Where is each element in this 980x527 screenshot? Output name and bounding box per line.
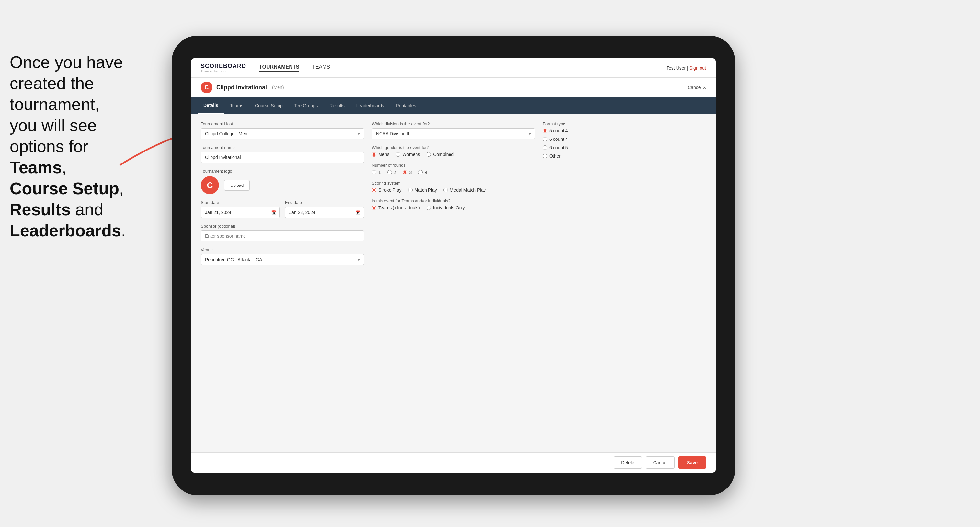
upload-button[interactable]: Upload	[224, 180, 250, 190]
gender-womens-radio[interactable]	[396, 152, 400, 157]
gender-mens-radio[interactable]	[372, 152, 376, 157]
instruction-bold4: Leaderboards	[10, 221, 121, 240]
form-grid: Tournament Host Clippd College - Men Tou…	[201, 121, 706, 271]
tab-course-setup[interactable]: Course Setup	[249, 97, 288, 114]
tab-printables[interactable]: Printables	[390, 97, 422, 114]
form-col-right: Format type 5 count 4 6 count 4	[543, 121, 706, 271]
venue-select[interactable]: Peachtree GC - Atlanta - GA	[201, 254, 364, 265]
scoring-field: Scoring system Stroke Play Match Play	[372, 181, 535, 193]
sponsor-input[interactable]	[201, 230, 364, 241]
tournament-name-input[interactable]	[201, 152, 364, 163]
tab-results[interactable]: Results	[323, 97, 350, 114]
scoring-match[interactable]: Match Play	[408, 187, 437, 193]
scoring-match-radio[interactable]	[408, 188, 413, 192]
tournament-subtitle: (Men)	[272, 85, 284, 90]
rounds-3-radio[interactable]	[403, 170, 407, 175]
format-other[interactable]: Other	[543, 154, 706, 159]
form-col-middle: Which division is the event for? NCAA Di…	[372, 121, 535, 271]
tab-teams[interactable]: Teams	[224, 97, 249, 114]
tablet-screen: SCOREBOARD Powered by clippd TOURNAMENTS…	[191, 58, 716, 473]
user-text: Test User |	[667, 65, 689, 71]
tournament-name: Clippd Invitational	[216, 84, 267, 91]
scoring-medal-radio[interactable]	[443, 188, 448, 192]
tournament-header: C Clippd Invitational (Men) Cancel X	[191, 78, 716, 97]
venue-field: Venue Peachtree GC - Atlanta - GA	[201, 247, 364, 265]
rounds-field: Number of rounds 1 2	[372, 163, 535, 175]
division-field: Which division is the event for? NCAA Di…	[372, 121, 535, 139]
rounds-2[interactable]: 2	[387, 170, 396, 175]
main-content: Tournament Host Clippd College - Men Tou…	[191, 114, 716, 452]
rounds-3[interactable]: 3	[403, 170, 412, 175]
tournament-logo-circle: C	[201, 82, 212, 93]
gender-mens[interactable]: Mens	[372, 152, 389, 157]
user-info: Test User | Sign out	[667, 65, 706, 71]
start-date-field: Start date 📅	[201, 200, 280, 218]
format-radio-group: 5 count 4 6 count 4 6 count 5	[543, 128, 706, 159]
sign-out-link[interactable]: Sign out	[689, 65, 706, 71]
tab-details[interactable]: Details	[197, 97, 224, 114]
rounds-radio-group: 1 2 3 4	[372, 170, 535, 175]
tablet-device: SCOREBOARD Powered by clippd TOURNAMENTS…	[172, 36, 735, 495]
rounds-4-radio[interactable]	[418, 170, 423, 175]
end-date-label: End date	[285, 200, 364, 205]
rounds-1[interactable]: 1	[372, 170, 381, 175]
start-date-label: Start date	[201, 200, 280, 205]
format-field: Format type 5 count 4 6 count 4	[543, 121, 706, 159]
nav-left: SCOREBOARD Powered by clippd TOURNAMENTS…	[201, 63, 330, 73]
date-row: Start date 📅 End date 📅	[201, 200, 364, 224]
logo-upload-row: C Upload	[201, 176, 364, 194]
logo-text: SCOREBOARD	[201, 63, 246, 69]
instruction-bold1: Teams	[10, 158, 62, 177]
gender-combined[interactable]: Combined	[426, 152, 454, 157]
end-date-field: End date 📅	[285, 200, 364, 218]
scoring-stroke-radio[interactable]	[372, 188, 376, 192]
teams-plus-individuals[interactable]: Teams (+Individuals)	[372, 205, 420, 210]
teams-field: Is this event for Teams and/or Individua…	[372, 198, 535, 210]
rounds-1-radio[interactable]	[372, 170, 376, 175]
tournament-host-select-wrapper: Clippd College - Men	[201, 128, 364, 139]
tournament-name-field: Tournament name	[201, 145, 364, 163]
format-6count4[interactable]: 6 count 4	[543, 137, 706, 142]
nav-tournaments[interactable]: TOURNAMENTS	[259, 64, 299, 72]
logo-preview-letter: C	[207, 180, 213, 190]
cancel-header-button[interactable]: Cancel X	[687, 85, 706, 90]
tournament-host-select[interactable]: Clippd College - Men	[201, 128, 364, 139]
individuals-only-radio[interactable]	[426, 206, 431, 210]
calendar-icon-end: 📅	[355, 210, 361, 215]
start-date-input[interactable]	[201, 207, 280, 218]
format-6count4-radio[interactable]	[543, 137, 547, 141]
sponsor-field: Sponsor (optional)	[201, 224, 364, 241]
division-select[interactable]: NCAA Division III	[372, 128, 535, 139]
tournament-logo-label: Tournament logo	[201, 169, 364, 173]
rounds-4[interactable]: 4	[418, 170, 427, 175]
individuals-only[interactable]: Individuals Only	[426, 205, 465, 210]
scoring-label: Scoring system	[372, 181, 535, 186]
format-5count4-radio[interactable]	[543, 129, 547, 133]
start-date-wrapper: 📅	[201, 207, 280, 218]
nav-teams[interactable]: TEAMS	[312, 64, 330, 72]
scoring-stroke[interactable]: Stroke Play	[372, 187, 402, 193]
save-button[interactable]: Save	[678, 456, 706, 469]
scoring-medal[interactable]: Medal Match Play	[443, 187, 486, 193]
cancel-button[interactable]: Cancel	[646, 456, 675, 469]
venue-select-wrapper: Peachtree GC - Atlanta - GA	[201, 254, 364, 265]
format-5count4[interactable]: 5 count 4	[543, 128, 706, 133]
tournament-name-label: Tournament name	[201, 145, 364, 150]
instruction-bold3: Results	[10, 200, 71, 219]
teams-plus-radio[interactable]	[372, 206, 376, 210]
end-date-input[interactable]	[285, 207, 364, 218]
teams-label: Is this event for Teams and/or Individua…	[372, 198, 535, 203]
tournament-logo-field: Tournament logo C Upload	[201, 169, 364, 194]
format-6count5[interactable]: 6 count 5	[543, 145, 706, 150]
rounds-2-radio[interactable]	[387, 170, 392, 175]
gender-combined-radio[interactable]	[426, 152, 431, 157]
sponsor-label: Sponsor (optional)	[201, 224, 364, 229]
calendar-icon: 📅	[271, 210, 277, 215]
gender-womens[interactable]: Womens	[396, 152, 420, 157]
format-6count5-radio[interactable]	[543, 145, 547, 150]
format-other-radio[interactable]	[543, 154, 547, 158]
delete-button[interactable]: Delete	[614, 456, 641, 469]
tab-tee-groups[interactable]: Tee Groups	[288, 97, 323, 114]
tab-leaderboards[interactable]: Leaderboards	[350, 97, 390, 114]
division-label: Which division is the event for?	[372, 121, 535, 126]
